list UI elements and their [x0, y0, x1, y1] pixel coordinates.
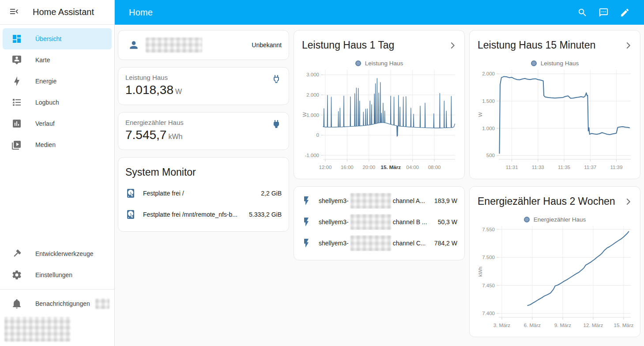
column-1: Unbekannt Leistung Haus 1.018,38W Energi…	[118, 30, 289, 232]
svg-text:1.000: 1.000	[306, 113, 319, 118]
flash-icon	[301, 238, 319, 248]
entity-row-disk-root[interactable]: Festplatte frei / 2,2 GiB	[125, 183, 282, 204]
entity-name-blurred	[350, 214, 391, 230]
entity-row-channel-c[interactable]: shellyem3- channel C... 784,2 W	[301, 233, 457, 254]
svg-text:2.000: 2.000	[482, 71, 495, 76]
chart-canvas-15-minuten: 11:3111:3311:3511:3711:392.0001.5001.000…	[477, 68, 634, 173]
sidebar-item-energie[interactable]: Energie	[3, 71, 112, 92]
search-button[interactable]	[573, 4, 591, 21]
legend-marker	[531, 60, 537, 66]
person-name-blurred	[146, 38, 202, 53]
entity-value: 50,3 W	[438, 218, 457, 226]
svg-text:20:00: 20:00	[362, 165, 375, 170]
svg-text:11:37: 11:37	[584, 165, 596, 170]
sidebar-item-logbuch[interactable]: Logbuch	[3, 92, 112, 113]
sidebar-item-entwicklerwerkzeuge[interactable]: Entwicklerwerkzeuge	[3, 243, 112, 264]
chart-title: Leistung Haus 1 Tag	[302, 39, 394, 51]
sidebar-item-label: Einstellungen	[35, 271, 72, 278]
edit-dashboard-button[interactable]	[616, 4, 633, 21]
entity-name-suffix: channel A...	[393, 197, 425, 204]
entity-name-suffix: channel C...	[393, 240, 426, 247]
svg-text:-1.000: -1.000	[305, 153, 319, 158]
energy-sensor-card[interactable]: Energiezähler Haus 7.545,7kWh	[118, 112, 289, 150]
svg-text:12:00: 12:00	[319, 165, 332, 170]
system-monitor-card: System Monitor Festplatte frei / 2,2 GiB…	[118, 157, 289, 232]
person-card[interactable]: Unbekannt	[118, 30, 289, 60]
chart-card-energiezaehler-2-wochen: Energiezähler Haus 2 Wochen Energiezähle…	[469, 186, 640, 337]
sidebar-item-label: Karte	[35, 56, 50, 64]
svg-text:11:33: 11:33	[532, 165, 544, 170]
legend-label: Leistung Haus	[365, 60, 403, 67]
sensor-value: 7.545,7	[125, 128, 166, 142]
entity-name-blurred	[350, 193, 391, 209]
sidebar-item-benachrichtigungen[interactable]: Benachrichtigungen	[3, 293, 112, 314]
sidebar-divider	[0, 289, 114, 290]
user-profile-blurred[interactable]	[4, 317, 71, 342]
chart-title: Energiezähler Haus 2 Wochen	[478, 196, 615, 207]
sidebar-header: Home Assistant	[0, 0, 114, 25]
svg-text:11:35: 11:35	[558, 165, 570, 170]
sensor-value: 1.018,38	[125, 83, 173, 97]
dashboard-content: Unbekannt Leistung Haus 1.018,38W Energi…	[115, 25, 644, 346]
sensor-unit: W	[175, 88, 182, 95]
chevron-right-icon[interactable]	[623, 197, 633, 207]
sidebar-item-label: Verlauf	[35, 120, 55, 127]
harddisk-icon	[125, 209, 143, 220]
svg-text:9. März: 9. März	[554, 323, 572, 328]
chevron-right-icon[interactable]	[448, 41, 457, 50]
chart-legend[interactable]: Leistung Haus	[477, 60, 633, 67]
assist-button[interactable]	[595, 4, 612, 21]
sidebar-item-einstellungen[interactable]: Einstellungen	[3, 264, 112, 286]
svg-text:1.500: 1.500	[482, 98, 495, 104]
svg-text:15. März: 15. März	[614, 323, 634, 328]
entity-row-channel-a[interactable]: shellyem3- channel A... 183,9 W	[301, 190, 457, 211]
svg-text:15. März: 15. März	[381, 165, 401, 170]
svg-text:04:00: 04:00	[406, 165, 419, 170]
sensor-unit: kWh	[168, 133, 182, 140]
chart-legend[interactable]: Leistung Haus	[301, 60, 457, 67]
sidebar-item-karte[interactable]: Karte	[3, 49, 112, 71]
power-sensor-card[interactable]: Leistung Haus 1.018,38W	[118, 67, 289, 105]
column-2: Leistung Haus 1 Tag Leistung Haus 12:001…	[294, 30, 465, 260]
sidebar-item-label: Medien	[35, 141, 56, 148]
chart-title: Leistung Haus 15 Minuten	[478, 39, 595, 51]
notification-badge-blurred	[95, 298, 109, 309]
app-title: Home Assistant	[33, 7, 94, 17]
sidebar-item-label: Benachrichtigungen	[35, 300, 90, 307]
topbar: Home	[115, 0, 644, 25]
sidebar-item-label: Energie	[35, 78, 56, 85]
sidebar-item-verlauf[interactable]: Verlauf	[3, 113, 112, 134]
svg-text:1.000: 1.000	[482, 126, 495, 131]
column-3: Leistung Haus 15 Minuten Leistung Haus 1…	[469, 30, 640, 337]
svg-text:11:31: 11:31	[506, 165, 518, 170]
app-root: Home Assistant Übersicht Karte Energie L…	[0, 0, 644, 346]
svg-text:W: W	[478, 112, 483, 117]
sensor-name: Leistung Haus	[125, 74, 282, 81]
entity-value: 784,2 W	[434, 240, 457, 247]
chart-legend[interactable]: Energiezähler Haus	[477, 216, 633, 223]
svg-text:500: 500	[486, 153, 495, 158]
chart-card-leistung-1-tag: Leistung Haus 1 Tag Leistung Haus 12:001…	[294, 30, 465, 179]
chart-box-icon	[11, 118, 22, 129]
sidebar-item-label: Übersicht	[35, 35, 61, 42]
chevron-right-icon[interactable]	[623, 41, 633, 50]
svg-text:7.400: 7.400	[482, 311, 495, 316]
sidebar-item-medien[interactable]: Medien	[3, 134, 112, 155]
svg-text:W: W	[302, 112, 307, 117]
legend-label: Energiezähler Haus	[534, 216, 586, 223]
sidebar-item-label: Logbuch	[35, 99, 59, 106]
sidebar-toggle-icon[interactable]	[9, 6, 19, 19]
sidebar-menu: Übersicht Karte Energie Logbuch Verlauf …	[0, 25, 114, 155]
chart-card-leistung-15-minuten: Leistung Haus 15 Minuten Leistung Haus 1…	[469, 30, 640, 179]
entity-row-disk-nfs[interactable]: Festplatte frei /mnt/remote_nfs-b... 5.3…	[125, 204, 282, 225]
entity-name-blurred	[350, 235, 391, 251]
sidebar: Home Assistant Übersicht Karte Energie L…	[0, 0, 115, 346]
legend-label: Leistung Haus	[541, 60, 579, 67]
shelly-entities-card: shellyem3- channel A... 183,9 W shellyem…	[294, 186, 465, 260]
entity-row-channel-b[interactable]: shellyem3- channel B ... 50,3 W	[301, 211, 457, 233]
sidebar-item-uebersicht[interactable]: Übersicht	[3, 28, 112, 49]
svg-text:7.500: 7.500	[482, 255, 495, 260]
svg-text:7.550: 7.550	[482, 227, 495, 232]
power-plug-icon	[271, 119, 282, 131]
entity-name-prefix: shellyem3-	[319, 240, 349, 247]
